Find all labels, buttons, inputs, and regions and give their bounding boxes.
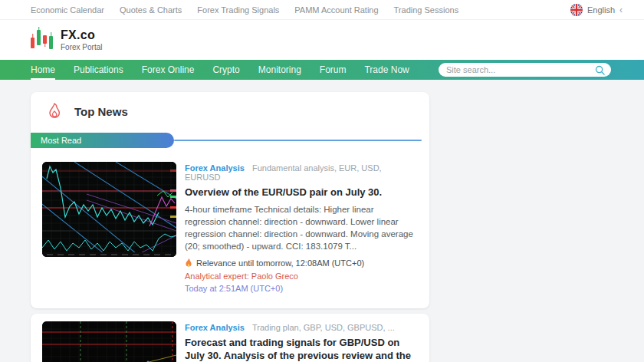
top-news-card: Top News Most Read <box>31 92 429 308</box>
article-gbpusd: instaforex Forex Analysis Trading plan, … <box>31 317 429 362</box>
top-link-economic-calendar[interactable]: Economic Calendar <box>31 5 104 15</box>
category-link[interactable]: Forex Analysis <box>185 163 245 173</box>
tab-most-read[interactable]: Most Read <box>31 133 174 148</box>
nav-item-forum[interactable]: Forum <box>320 60 347 80</box>
search-icon[interactable] <box>595 65 605 75</box>
candlestick-logo-icon <box>31 28 53 51</box>
language-selector[interactable]: English ‹ <box>570 4 623 16</box>
category-link[interactable]: Forex Analysis <box>185 323 245 332</box>
article-meta: Forex Analysis Trading plan, GBP, USD, G… <box>185 323 415 332</box>
article-title[interactable]: Overview of the EUR/USD pair on July 30. <box>185 186 415 199</box>
chevron-left-icon: ‹ <box>619 5 623 15</box>
site-search <box>439 63 611 77</box>
article-tags: Trading plan, GBP, USD, GBPUSD, ... <box>252 323 395 332</box>
tab-row: Most Read <box>31 133 429 148</box>
top-links: Economic Calendar Quotes & Charts Forex … <box>31 5 458 15</box>
tab-underline <box>174 140 422 141</box>
uk-flag-icon <box>570 4 583 16</box>
language-label: English <box>587 5 615 15</box>
relevance-text: Relevance until tomorrow, 12:08AM (UTC+0… <box>196 258 364 268</box>
header: FX.co Forex Portal <box>0 20 644 60</box>
nav-item-crypto[interactable]: Crypto <box>212 60 239 80</box>
logo-subtitle: Forex Portal <box>61 43 102 51</box>
second-news-card: instaforex Forex Analysis Trading plan, … <box>31 314 429 362</box>
article-excerpt: 4-hour timeframe Technical details: High… <box>185 203 415 252</box>
flame-small-icon <box>185 258 192 268</box>
nav-item-publications[interactable]: Publications <box>74 60 123 80</box>
article-title[interactable]: Forecast and trading signals for GBP/USD… <box>185 337 415 362</box>
nav-item-trade-now[interactable]: Trade Now <box>364 60 409 80</box>
top-link-pamm-account-rating[interactable]: PAMM Account Rating <box>294 5 378 15</box>
publish-date: Today at 2:51AM (UTC+0) <box>185 284 415 293</box>
flame-icon <box>46 102 63 120</box>
top-utility-bar: Economic Calendar Quotes & Charts Forex … <box>0 0 644 20</box>
top-link-trading-sessions[interactable]: Trading Sessions <box>394 5 459 15</box>
top-link-quotes-charts[interactable]: Quotes & Charts <box>120 5 182 15</box>
search-input[interactable] <box>446 65 595 74</box>
article-thumbnail-gbpusd-chart[interactable]: instaforex <box>42 321 176 362</box>
article-eurusd: Forex Analysis Fundamental analysis, EUR… <box>31 157 429 305</box>
relevance-row: Relevance until tomorrow, 12:08AM (UTC+0… <box>185 258 415 268</box>
nav-item-monitoring[interactable]: Monitoring <box>258 60 301 80</box>
logo-title: FX.co <box>61 28 102 42</box>
section-title: Top News <box>74 105 128 118</box>
nav-item-forex-online[interactable]: Forex Online <box>142 60 195 80</box>
article-thumbnail-eurusd-chart[interactable] <box>42 162 176 257</box>
top-link-forex-trading-signals[interactable]: Forex Trading Signals <box>197 5 279 15</box>
page: Economic Calendar Quotes & Charts Forex … <box>0 0 644 362</box>
site-logo[interactable]: FX.co Forex Portal <box>31 28 102 51</box>
main-navigation: Home Publications Forex Online Crypto Mo… <box>0 60 644 80</box>
article-meta: Forex Analysis Fundamental analysis, EUR… <box>185 163 415 182</box>
analytical-expert[interactable]: Analytical expert: Paolo Greco <box>185 272 415 281</box>
nav-item-home[interactable]: Home <box>31 60 55 80</box>
